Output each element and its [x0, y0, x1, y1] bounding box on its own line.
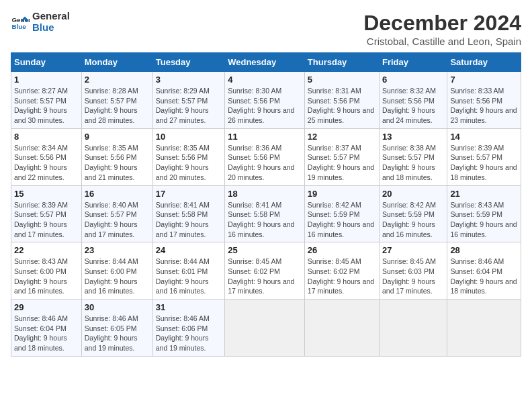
- calendar-cell: 12 Sunrise: 8:37 AMSunset: 5:57 PMDaylig…: [304, 128, 379, 185]
- day-number: 13: [382, 132, 444, 142]
- day-info: Sunrise: 8:33 AMSunset: 5:56 PMDaylight:…: [450, 87, 517, 124]
- day-info: Sunrise: 8:43 AMSunset: 6:00 PMDaylight:…: [14, 257, 68, 295]
- day-number: 16: [85, 189, 150, 199]
- calendar-week-3: 15 Sunrise: 8:39 AMSunset: 5:57 PMDaylig…: [11, 185, 521, 242]
- day-number: 1: [14, 75, 79, 85]
- calendar-week-1: 1 Sunrise: 8:27 AMSunset: 5:57 PMDayligh…: [11, 72, 521, 129]
- calendar-cell: 10 Sunrise: 8:35 AMSunset: 5:56 PMDaylig…: [152, 128, 224, 185]
- day-number: 28: [450, 245, 518, 255]
- col-tuesday: Tuesday: [152, 53, 224, 72]
- day-number: 17: [156, 189, 222, 199]
- logo: General Blue General Blue: [11, 11, 70, 33]
- day-number: 24: [156, 245, 222, 255]
- calendar-cell: 16 Sunrise: 8:40 AMSunset: 5:57 PMDaylig…: [81, 185, 152, 242]
- day-number: 18: [228, 189, 302, 199]
- day-number: 4: [228, 75, 302, 85]
- header: General Blue General Blue December 2024 …: [11, 11, 521, 47]
- logo-icon: General Blue: [11, 13, 30, 32]
- day-number: 2: [85, 75, 150, 85]
- page-title: December 2024: [363, 11, 521, 36]
- svg-text:Blue: Blue: [11, 22, 26, 30]
- calendar-cell: 5 Sunrise: 8:31 AMSunset: 5:56 PMDayligh…: [304, 72, 379, 129]
- logo-text: General: [32, 11, 70, 22]
- calendar-cell: 13 Sunrise: 8:38 AMSunset: 5:57 PMDaylig…: [380, 128, 447, 185]
- day-info: Sunrise: 8:45 AMSunset: 6:03 PMDaylight:…: [382, 257, 436, 295]
- day-number: 7: [450, 75, 518, 85]
- day-info: Sunrise: 8:38 AMSunset: 5:57 PMDaylight:…: [382, 144, 436, 181]
- calendar-cell: 26 Sunrise: 8:45 AMSunset: 6:02 PMDaylig…: [304, 242, 379, 300]
- day-number: 31: [156, 302, 222, 312]
- calendar-week-4: 22 Sunrise: 8:43 AMSunset: 6:00 PMDaylig…: [11, 242, 521, 300]
- day-number: 12: [308, 132, 376, 142]
- day-number: 14: [450, 132, 518, 142]
- day-number: 19: [308, 189, 376, 199]
- calendar-cell: 17 Sunrise: 8:41 AMSunset: 5:58 PMDaylig…: [152, 185, 224, 242]
- day-number: 23: [85, 245, 150, 255]
- day-info: Sunrise: 8:28 AMSunset: 5:57 PMDaylight:…: [85, 87, 138, 124]
- day-info: Sunrise: 8:42 AMSunset: 5:59 PMDaylight:…: [308, 201, 374, 238]
- day-info: Sunrise: 8:44 AMSunset: 6:01 PMDaylight:…: [156, 257, 210, 295]
- col-thursday: Thursday: [304, 53, 379, 72]
- day-info: Sunrise: 8:39 AMSunset: 5:57 PMDaylight:…: [450, 144, 517, 181]
- day-info: Sunrise: 8:34 AMSunset: 5:56 PMDaylight:…: [14, 144, 68, 181]
- day-number: 11: [228, 132, 302, 142]
- calendar-cell: [380, 300, 447, 357]
- logo-subtext: Blue: [32, 22, 70, 34]
- calendar-cell: 11 Sunrise: 8:36 AMSunset: 5:56 PMDaylig…: [225, 128, 305, 185]
- day-info: Sunrise: 8:29 AMSunset: 5:57 PMDaylight:…: [156, 87, 210, 124]
- calendar-cell: 27 Sunrise: 8:45 AMSunset: 6:03 PMDaylig…: [380, 242, 447, 300]
- day-number: 30: [85, 302, 150, 312]
- calendar-week-2: 8 Sunrise: 8:34 AMSunset: 5:56 PMDayligh…: [11, 128, 521, 185]
- calendar-cell: 3 Sunrise: 8:29 AMSunset: 5:57 PMDayligh…: [152, 72, 224, 129]
- day-number: 20: [382, 189, 444, 199]
- calendar-cell: 29 Sunrise: 8:46 AMSunset: 6:04 PMDaylig…: [11, 300, 82, 357]
- day-info: Sunrise: 8:43 AMSunset: 5:59 PMDaylight:…: [450, 201, 517, 238]
- day-info: Sunrise: 8:44 AMSunset: 6:00 PMDaylight:…: [85, 257, 138, 295]
- calendar-cell: 15 Sunrise: 8:39 AMSunset: 5:57 PMDaylig…: [11, 185, 82, 242]
- day-number: 9: [85, 132, 150, 142]
- day-info: Sunrise: 8:39 AMSunset: 5:57 PMDaylight:…: [14, 201, 68, 238]
- calendar-cell: [304, 300, 379, 357]
- calendar-cell: 21 Sunrise: 8:43 AMSunset: 5:59 PMDaylig…: [447, 185, 521, 242]
- calendar-cell: 7 Sunrise: 8:33 AMSunset: 5:56 PMDayligh…: [447, 72, 521, 129]
- calendar-cell: 20 Sunrise: 8:42 AMSunset: 5:59 PMDaylig…: [380, 185, 447, 242]
- day-number: 8: [14, 132, 79, 142]
- day-info: Sunrise: 8:45 AMSunset: 6:02 PMDaylight:…: [308, 257, 374, 295]
- calendar-cell: 8 Sunrise: 8:34 AMSunset: 5:56 PMDayligh…: [11, 128, 82, 185]
- calendar-week-5: 29 Sunrise: 8:46 AMSunset: 6:04 PMDaylig…: [11, 300, 521, 357]
- col-saturday: Saturday: [447, 53, 521, 72]
- day-number: 10: [156, 132, 222, 142]
- calendar-table: Sunday Monday Tuesday Wednesday Thursday…: [11, 52, 521, 357]
- day-number: 29: [14, 302, 79, 312]
- calendar-cell: 25 Sunrise: 8:45 AMSunset: 6:02 PMDaylig…: [225, 242, 305, 300]
- day-number: 27: [382, 245, 444, 255]
- calendar-cell: [225, 300, 305, 357]
- day-info: Sunrise: 8:41 AMSunset: 5:58 PMDaylight:…: [156, 201, 210, 238]
- day-info: Sunrise: 8:27 AMSunset: 5:57 PMDaylight:…: [14, 87, 68, 124]
- calendar-cell: 30 Sunrise: 8:46 AMSunset: 6:05 PMDaylig…: [81, 300, 152, 357]
- day-number: 25: [228, 245, 302, 255]
- calendar-cell: 31 Sunrise: 8:46 AMSunset: 6:06 PMDaylig…: [152, 300, 224, 357]
- calendar-cell: 24 Sunrise: 8:44 AMSunset: 6:01 PMDaylig…: [152, 242, 224, 300]
- page-subtitle: Cristobal, Castille and Leon, Spain: [363, 36, 521, 47]
- calendar-cell: 22 Sunrise: 8:43 AMSunset: 6:00 PMDaylig…: [11, 242, 82, 300]
- day-info: Sunrise: 8:46 AMSunset: 6:04 PMDaylight:…: [14, 314, 68, 352]
- day-info: Sunrise: 8:36 AMSunset: 5:56 PMDaylight:…: [228, 144, 294, 181]
- day-info: Sunrise: 8:46 AMSunset: 6:06 PMDaylight:…: [156, 314, 210, 352]
- calendar-cell: 18 Sunrise: 8:41 AMSunset: 5:58 PMDaylig…: [225, 185, 305, 242]
- calendar-cell: 1 Sunrise: 8:27 AMSunset: 5:57 PMDayligh…: [11, 72, 82, 129]
- day-number: 21: [450, 189, 518, 199]
- day-number: 3: [156, 75, 222, 85]
- day-info: Sunrise: 8:46 AMSunset: 6:05 PMDaylight:…: [85, 314, 138, 352]
- calendar-cell: 19 Sunrise: 8:42 AMSunset: 5:59 PMDaylig…: [304, 185, 379, 242]
- day-info: Sunrise: 8:31 AMSunset: 5:56 PMDaylight:…: [308, 87, 374, 124]
- day-info: Sunrise: 8:41 AMSunset: 5:58 PMDaylight:…: [228, 201, 294, 238]
- day-number: 15: [14, 189, 79, 199]
- day-info: Sunrise: 8:46 AMSunset: 6:04 PMDaylight:…: [450, 257, 517, 295]
- day-info: Sunrise: 8:35 AMSunset: 5:56 PMDaylight:…: [85, 144, 138, 181]
- day-info: Sunrise: 8:45 AMSunset: 6:02 PMDaylight:…: [228, 257, 294, 295]
- calendar-cell: 4 Sunrise: 8:30 AMSunset: 5:56 PMDayligh…: [225, 72, 305, 129]
- day-number: 22: [14, 245, 79, 255]
- day-info: Sunrise: 8:30 AMSunset: 5:56 PMDaylight:…: [228, 87, 294, 124]
- calendar-cell: [447, 300, 521, 357]
